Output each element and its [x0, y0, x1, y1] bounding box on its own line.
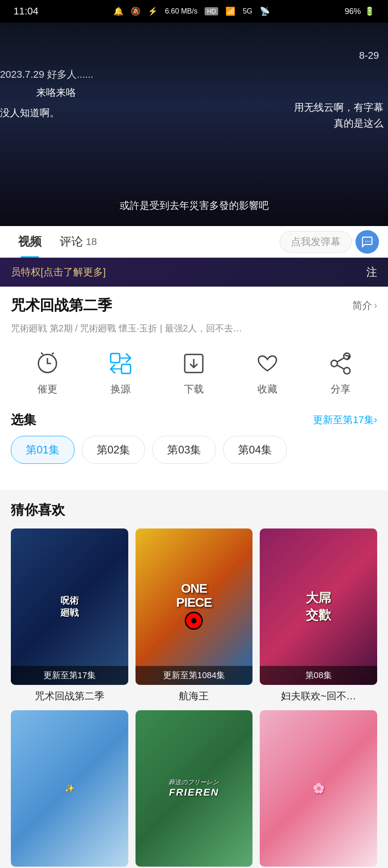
share-icon — [326, 349, 355, 378]
recommend-section: 猜你喜欢 呪術廻戦 更新至第17集 咒术回战第二季 ONEPIECE — [0, 490, 388, 868]
recommend-title: 猜你喜欢 — [11, 501, 377, 519]
fufu-cover: 大屌交歡 — [260, 528, 377, 685]
tab-comment[interactable]: 评论 18 — [51, 226, 106, 258]
danmaku-controls: 点我发弹幕 — [280, 230, 379, 254]
status-icons: 🔔 🔕 ⚡ 6.60 MB/s HD 📶 5G 📡 — [38, 6, 345, 16]
signal-icon: 📡 — [260, 6, 270, 16]
recommend-item-jujutsu[interactable]: 呪術廻戦 更新至第17集 咒术回战第二季 — [11, 528, 128, 703]
video-player[interactable]: 8-29 2023.7.29 好多人...... 来咯来咯 没人知道啊。 用无线… — [0, 23, 388, 226]
sky-cover: ✨ — [11, 710, 128, 867]
svg-line-5 — [52, 353, 54, 354]
update-arrow-icon: › — [374, 414, 377, 426]
episode-btn-04[interactable]: 第04集 — [223, 436, 287, 464]
svg-line-15 — [337, 365, 344, 369]
update-info-text: 更新至第17集 — [313, 413, 374, 427]
recommend-thumb-sakura: 🌸 — [260, 710, 377, 867]
member-banner[interactable]: 员特权[点击了解更多] 注 — [0, 258, 388, 287]
tab-video[interactable]: 视频 — [9, 226, 51, 258]
danmaku-send-icon — [361, 236, 374, 248]
danmaku-text2: 来咯来咯 — [36, 86, 76, 99]
bluetooth-icon: ⚡ — [148, 6, 158, 16]
svg-rect-7 — [122, 364, 131, 373]
danmaku-text1: 2023.7.29 好多人...... — [0, 68, 93, 81]
jujutsu-name: 咒术回战第二季 — [11, 689, 128, 703]
svg-point-1 — [367, 241, 368, 241]
jujutsu-badge: 更新至第17集 — [11, 666, 128, 685]
frieren-cover: 葬送のフリーレンFRIEREN — [136, 710, 253, 867]
recommend-thumb-jujutsu: 呪術廻戦 更新至第17集 — [11, 528, 128, 685]
tab-bar: 视频 评论 18 点我发弹幕 — [0, 226, 388, 258]
intro-button[interactable]: 简介 › — [352, 299, 377, 312]
series-info: 咒術廻戦 第2期 / 咒術廻戰 懷玉·玉折 | 最强2人，回不去… — [11, 321, 377, 335]
danmaku-send-button[interactable] — [355, 230, 379, 254]
episode-section-title: 选集 — [11, 411, 36, 429]
onepiece-badge: 更新至第1084集 — [136, 666, 253, 685]
svg-rect-6 — [111, 354, 120, 363]
favorite-label: 收藏 — [257, 382, 277, 396]
action-favorite[interactable]: 收藏 — [253, 349, 282, 396]
svg-point-2 — [369, 241, 370, 241]
recommend-thumb-fufu: 大屌交歡 第08集 — [260, 528, 377, 685]
remind-label: 催更 — [37, 382, 57, 396]
battery-area: 96% 🔋 — [345, 6, 374, 16]
action-source[interactable]: 换源 — [106, 349, 135, 396]
recommend-thumb-onepiece: ONEPIECE 更新至第1084集 — [136, 528, 253, 685]
battery-icon: 🔋 — [365, 6, 374, 16]
jujutsu-cover: 呪術廻戦 — [11, 528, 128, 685]
hd-badge: HD — [205, 7, 218, 15]
danmaku-text3: 没人知道啊。 — [0, 106, 60, 120]
action-download[interactable]: 下载 — [179, 349, 208, 396]
onepiece-name: 航海王 — [136, 689, 253, 703]
episode-btn-02[interactable]: 第02集 — [82, 436, 145, 464]
member-banner-right: 注 — [366, 265, 377, 279]
action-remind[interactable]: 催更 — [33, 349, 62, 396]
episode-btn-03[interactable]: 第03集 — [152, 436, 216, 464]
fufu-name: 妇夫联欢~回不… — [260, 689, 377, 703]
episode-list: 第01集 第02集 第03集 第04集 — [11, 436, 377, 467]
heart-icon — [253, 349, 282, 378]
alarm-icon: 🔔 — [113, 6, 123, 16]
danmaku-input[interactable]: 点我发弹幕 — [280, 231, 352, 253]
intro-arrow-icon: › — [374, 300, 377, 311]
download-label: 下载 — [184, 382, 204, 396]
episode-btn-01[interactable]: 第01集 — [11, 436, 75, 464]
recommend-thumb-sky: ✨ — [11, 710, 128, 867]
share-label: 分享 — [331, 382, 351, 396]
episode-header: 选集 更新至第17集 › — [11, 411, 377, 429]
danmaku-text4: 用无线云啊，有字幕真的是这么 — [294, 99, 383, 131]
content-area: 咒术回战第二季 简介 › 咒術廻戦 第2期 / 咒術廻戰 懷玉·玉折 | 最强2… — [0, 287, 388, 490]
svg-point-0 — [365, 241, 366, 241]
swap-icon — [106, 349, 135, 378]
svg-line-14 — [337, 358, 344, 362]
anime-title: 咒术回战第二季 — [11, 296, 112, 316]
svg-point-12 — [344, 368, 350, 374]
update-info[interactable]: 更新至第17集 › — [313, 413, 377, 427]
speed-label: 6.60 MB/s — [165, 7, 197, 15]
recommend-item-frieren[interactable]: 葬送のフリーレンFRIEREN — [136, 710, 253, 868]
svg-point-13 — [331, 360, 337, 367]
onepiece-cover: ONEPIECE — [136, 528, 253, 685]
status-bar: 11:04 🔔 🔕 ⚡ 6.60 MB/s HD 📶 5G 📡 96% 🔋 — [0, 0, 388, 23]
mute-icon: 🔕 — [131, 6, 140, 16]
recommend-thumb-frieren: 葬送のフリーレンFRIEREN — [136, 710, 253, 867]
battery-percent: 96% — [345, 7, 361, 16]
recommend-item-sky[interactable]: ✨ — [11, 710, 128, 868]
recommend-item-onepiece[interactable]: ONEPIECE 更新至第1084集 航海王 — [136, 528, 253, 703]
title-row: 咒术回战第二季 简介 › — [11, 296, 377, 316]
5g-icon: 5G — [243, 7, 252, 15]
source-label: 换源 — [111, 382, 131, 396]
video-subtitle: 或許是受到去年災害多發的影響吧 — [120, 199, 269, 212]
status-time: 11:04 — [14, 5, 38, 17]
recommend-item-sakura[interactable]: 🌸 — [260, 710, 377, 868]
clock-icon — [33, 349, 62, 378]
fufu-badge: 第08集 — [260, 666, 377, 685]
member-banner-text: 员特权[点击了解更多] — [11, 265, 106, 279]
sakura-cover: 🌸 — [260, 710, 377, 867]
recommend-item-fufu[interactable]: 大屌交歡 第08集 妇夫联欢~回不… — [260, 528, 377, 703]
download-icon — [179, 349, 208, 378]
wifi-icon: 📶 — [225, 6, 235, 16]
action-share[interactable]: 分享 — [326, 349, 355, 396]
svg-line-4 — [41, 353, 43, 354]
recommend-grid: 呪術廻戦 更新至第17集 咒术回战第二季 ONEPIECE 更新至第1084集 — [11, 528, 377, 868]
danmaku-date: 8-29 — [359, 50, 379, 61]
